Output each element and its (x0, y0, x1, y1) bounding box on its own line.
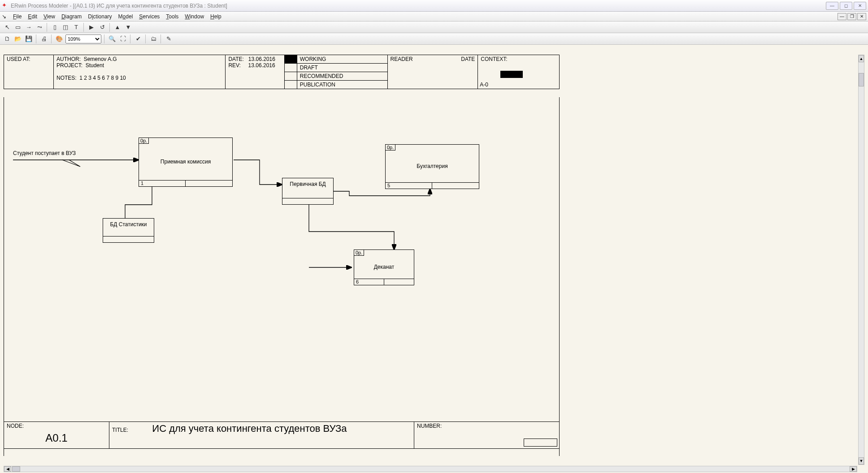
window-titlebar: ERwin Process Modeler - [(A0.1 I3) ИС дл… (0, 0, 868, 12)
new-icon[interactable]: 🗋 (3, 34, 12, 43)
spell-icon[interactable]: ✎ (164, 34, 173, 43)
minimize-button[interactable]: — (826, 2, 838, 10)
datastore-bd-statistiki[interactable]: БД Статистики (103, 218, 154, 243)
header-author-label: AUTHOR: (56, 56, 81, 62)
palette-icon[interactable]: 🎨 (55, 34, 64, 43)
header-context-ref: A-0 (480, 82, 488, 88)
activity-name: Бухгалтерия (417, 163, 447, 169)
app-icon (2, 3, 8, 9)
squiggle-tool-icon[interactable]: ⤳ (35, 23, 44, 32)
toolbar-tools: ↖ ▭ → ⤳ ▯ ◫ T ▶ ↺ ▲ ▼ (0, 22, 868, 33)
datastore-pervichnaya-bd[interactable]: Первичная БД (282, 178, 334, 205)
header-publication: PUBLICATION (300, 82, 335, 88)
footer-title: ИС для учета контингента студентов ВУЗа (152, 423, 347, 434)
save-icon[interactable]: 💾 (24, 34, 33, 43)
maximize-button[interactable]: ◻ (840, 2, 852, 10)
org-tool-icon[interactable]: ◫ (61, 23, 70, 32)
header-reader-label: READER (391, 56, 413, 62)
activity-name: Приемная комиссия (161, 159, 211, 165)
scroll-thumb[interactable] (859, 73, 864, 86)
menu-help[interactable]: Help (207, 13, 225, 21)
menu-file[interactable]: File (10, 13, 25, 21)
menu-diagram[interactable]: Diagram (58, 13, 85, 21)
diagram-surface[interactable]: Студент поступает в ВУЗ 0р. Приемная ком… (4, 97, 560, 456)
diagram-footer-table: NODE: A0.1 TITLE: ИС для учета континген… (4, 421, 560, 449)
scroll-thumb[interactable] (12, 466, 20, 472)
menu-model[interactable]: Model (115, 13, 136, 21)
header-project-label: PROJECT: (56, 62, 82, 69)
zoom-in-icon[interactable]: 🔍 (108, 34, 117, 43)
menu-corner-icon: ↘ (2, 13, 8, 20)
window-title: ERwin Process Modeler - [(A0.1 I3) ИС дл… (11, 3, 227, 9)
go-up-icon[interactable]: ▲ (113, 23, 122, 32)
menu-services[interactable]: Services (136, 13, 163, 21)
header-project: Student (86, 62, 104, 69)
header-usedat-label: USED AT: (7, 56, 30, 62)
header-rev-label: REV: (228, 62, 241, 69)
toolbar-standard: 🗋 📂 💾 🖨 🎨 109% 🔍 ⛶ ✔ 🗂 ✎ (0, 33, 868, 45)
menu-tools[interactable]: Tools (163, 13, 182, 21)
footer-number-label: NUMBER: (417, 423, 442, 429)
activity-number: 6 (354, 279, 384, 285)
print-icon[interactable]: 🖨 (39, 34, 48, 43)
zoom-select[interactable]: 109% (65, 34, 101, 43)
footer-title-label: TITLE: (112, 427, 128, 433)
horizontal-scrollbar[interactable]: ◀ ▶ (4, 466, 857, 472)
open-icon[interactable]: 📂 (13, 34, 22, 43)
header-draft: DRAFT (300, 64, 318, 71)
activity-box-priemnaya-komissiya[interactable]: 0р. Приемная комиссия 1 (139, 138, 233, 187)
activity-box-dekanat[interactable]: 0р. Деканат 6 (354, 249, 414, 285)
datastore-name: БД Статистики (110, 221, 147, 228)
vertical-scrollbar[interactable]: ▲ ▼ (858, 55, 864, 465)
activity-number: 1 (139, 181, 186, 186)
menu-window[interactable]: Window (182, 13, 207, 21)
footer-node-label: NODE: (7, 423, 24, 429)
go-down-icon[interactable]: ▼ (124, 23, 133, 32)
scroll-down-icon[interactable]: ▼ (859, 457, 864, 464)
diagram-input-label: Студент поступает в ВУЗ (13, 150, 76, 156)
arrow-tool-icon[interactable]: → (24, 23, 33, 32)
mdi-close-button[interactable]: ✕ (857, 13, 866, 20)
header-author: Semenov A.G (84, 56, 117, 62)
activity-tag: 0р. (139, 138, 149, 144)
scroll-left-icon[interactable]: ◀ (4, 466, 11, 472)
header-recommended: RECOMMENDED (300, 73, 343, 79)
menu-bar: ↘ File Edit View Diagram Dictionary Mode… (0, 12, 868, 22)
menu-edit[interactable]: Edit (25, 13, 40, 21)
header-date-label: DATE: (228, 56, 243, 62)
diagram-sheet: USED AT: AUTHOR: Semenov A.G PROJECT: St… (4, 55, 560, 465)
redo-icon[interactable]: ↺ (98, 23, 107, 32)
header-working: WORKING (300, 56, 326, 62)
diagram-header-table: USED AT: AUTHOR: Semenov A.G PROJECT: St… (4, 55, 560, 89)
header-context-label: CONTEXT: (481, 56, 507, 62)
activity-box-tool-icon[interactable]: ▭ (13, 23, 22, 32)
footer-number-box (524, 439, 557, 447)
menu-view[interactable]: View (40, 13, 58, 21)
activity-tag: 0р. (354, 250, 364, 256)
text-tool-icon[interactable]: T (72, 23, 81, 32)
menu-dictionary[interactable]: Dictionary (85, 13, 115, 21)
datastore-name: Первичная БД (290, 181, 326, 187)
footer-node: A0.1 (7, 432, 106, 444)
header-notes-label: NOTES: (56, 75, 77, 81)
activity-box-bukhgalteriya[interactable]: 0р. Бухгалтерия 5 (385, 144, 479, 189)
activity-number: 5 (386, 183, 432, 189)
header-date: 13.06.2016 (248, 56, 275, 62)
activity-tag: 0р. (386, 145, 395, 150)
scroll-up-icon[interactable]: ▲ (859, 55, 864, 62)
diagram-workarea[interactable]: USED AT: AUTHOR: Semenov A.G PROJECT: St… (4, 55, 864, 465)
activity-name: Деканат (374, 264, 395, 270)
header-rev: 13.06.2016 (248, 62, 275, 69)
pointer-tool-icon[interactable]: ↖ (3, 23, 12, 32)
zoom-fit-icon[interactable]: ⛶ (118, 34, 127, 43)
model-explorer-icon[interactable]: 🗂 (149, 34, 158, 43)
close-button[interactable]: ✕ (854, 2, 866, 10)
check-icon[interactable]: ✔ (134, 34, 143, 43)
scroll-right-icon[interactable]: ▶ (850, 466, 857, 472)
context-thumbnail (500, 71, 523, 78)
mdi-minimize-button[interactable]: — (838, 13, 846, 20)
ref-tool-icon[interactable]: ▯ (50, 23, 59, 32)
mdi-restore-button[interactable]: ❐ (847, 13, 856, 20)
header-notes: 1 2 3 4 5 6 7 8 9 10 (79, 75, 126, 81)
play-icon[interactable]: ▶ (87, 23, 96, 32)
